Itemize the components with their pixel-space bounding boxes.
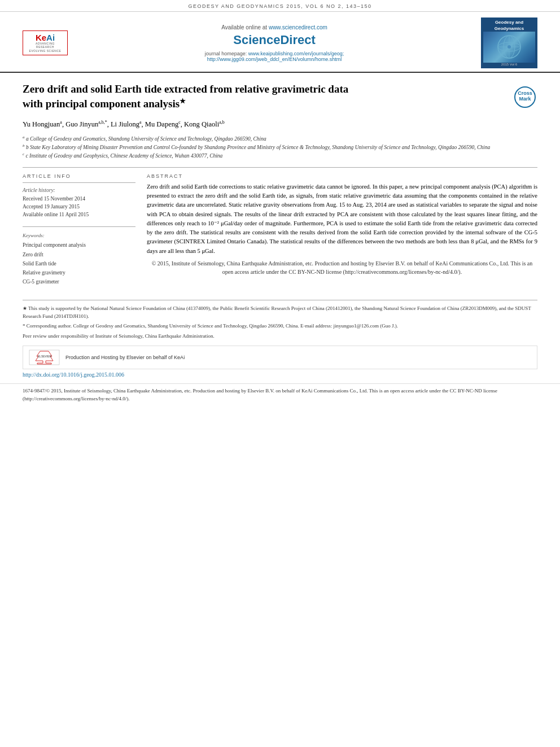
author4: Mu Dapengc bbox=[145, 120, 181, 128]
keywords-section: Keywords: Principal component analysis Z… bbox=[23, 233, 135, 286]
author5: Kong Qiaolia,b bbox=[184, 120, 225, 128]
elsevier-logo: ELSEVIER bbox=[29, 350, 60, 365]
crossmark-badge[interactable]: Cross Mark bbox=[512, 84, 537, 110]
author2: Guo Jinyuna,b,* bbox=[65, 120, 107, 128]
keai-logo-text: KeAi bbox=[36, 33, 55, 42]
affiliation-a: a a College of Geodesy and Geomatics, Sh… bbox=[23, 134, 537, 143]
journal-topbar: GEODESY AND GEODYNAMICS 2015, VOL 6 NO 2… bbox=[0, 0, 560, 12]
keyword-5: CG-5 gravimeter bbox=[23, 277, 135, 286]
journal-url1[interactable]: www.keaipublishing.com/en/journals/geog; bbox=[248, 51, 344, 56]
abstract-copyright: © 2015, Institute of Seismology, China E… bbox=[147, 259, 537, 277]
svg-text:ELSEVIER: ELSEVIER bbox=[38, 355, 52, 358]
left-column: ARTICLE INFO Article history: Received 1… bbox=[23, 173, 135, 286]
elsevier-caption: Production and Hosting by Elsevier on be… bbox=[65, 355, 185, 360]
globe-icon bbox=[495, 33, 523, 61]
journal-homepage-line: journal homepage: www.keaipublishing.com… bbox=[79, 51, 470, 62]
header-section: KeAi ADVANCING RESEARCH EVOLVING SCIENCE… bbox=[0, 12, 560, 73]
elsevier-section: ELSEVIER Production and Hosting by Elsev… bbox=[23, 346, 537, 369]
keai-logo-subtitle1: ADVANCING RESEARCH bbox=[27, 42, 64, 49]
elsevier-tree-icon: ELSEVIER bbox=[29, 350, 60, 365]
keyword-1: Principal component analysis bbox=[23, 241, 135, 250]
article-info-header: ARTICLE INFO bbox=[23, 173, 135, 179]
keai-logo-box: KeAi ADVANCING RESEARCH EVOLVING SCIENCE bbox=[23, 30, 68, 56]
sciencedirect-logo: ScienceDirect bbox=[79, 33, 470, 47]
keyword-4: Relative gravimetry bbox=[23, 268, 135, 277]
affiliations: a a College of Geodesy and Geomatics, Sh… bbox=[23, 134, 537, 160]
svg-text:Cross: Cross bbox=[518, 90, 532, 96]
title-area: Zero drift and solid Earth tide extracte… bbox=[23, 82, 506, 115]
history-label: Article history: bbox=[23, 187, 135, 193]
journal-cover: Geodesy andGeodynamics 2015 Vol 6 bbox=[481, 18, 537, 68]
svg-point-5 bbox=[508, 45, 511, 49]
author1: Yu Hongjuana bbox=[23, 120, 62, 128]
peer-review-footnote: Peer review under responsibility of Inst… bbox=[23, 333, 537, 340]
cover-year: 2015 Vol 6 bbox=[501, 63, 517, 66]
keai-logo-area: KeAi ADVANCING RESEARCH EVOLVING SCIENCE bbox=[23, 30, 68, 56]
available-online-text: Available online at www.sciencedirect.co… bbox=[79, 24, 470, 30]
science-direct-area: Available online at www.sciencedirect.co… bbox=[68, 24, 481, 62]
keywords-label: Keywords: bbox=[23, 233, 135, 238]
affiliation-b: b b State Key Laboratory of Mining Disas… bbox=[23, 143, 537, 151]
available-online-link[interactable]: www.sciencedirect.com bbox=[269, 24, 327, 30]
accepted-date: Accepted 19 January 2015 bbox=[23, 203, 135, 211]
topbar-text: GEODESY AND GEODYNAMICS 2015, VOL 6 NO 2… bbox=[188, 3, 371, 9]
keyword-2: Zero drift bbox=[23, 250, 135, 259]
page-wrapper: GEODESY AND GEODYNAMICS 2015, VOL 6 NO 2… bbox=[0, 0, 560, 747]
corresponding-footnote: * Corresponding author. College of Geode… bbox=[23, 322, 537, 330]
keyword-3: Solid Earth tide bbox=[23, 259, 135, 268]
journal-cover-image bbox=[483, 32, 535, 63]
received-date: Received 15 November 2014 bbox=[23, 195, 135, 203]
bottom-copyright: 1674-9847/© 2015, Institute of Seismolog… bbox=[0, 383, 560, 406]
abstract-header: ABSTRACT bbox=[147, 173, 537, 179]
svg-text:Mark: Mark bbox=[519, 96, 531, 102]
available-date: Available online 11 April 2015 bbox=[23, 211, 135, 219]
journal-cover-title: Geodesy andGeodynamics bbox=[495, 20, 524, 32]
footer-notes: ★ This study is supported by the Nationa… bbox=[23, 300, 537, 340]
keai-logo-subtitle2: EVOLVING SCIENCE bbox=[29, 49, 62, 53]
article-history: Article history: Received 15 November 20… bbox=[23, 187, 135, 219]
abstract-text: Zero drift and solid Earth tide correcti… bbox=[147, 182, 537, 277]
journal-url2[interactable]: http://www.jgg09.com/jweb_ddcl_en/EN/vol… bbox=[207, 56, 342, 62]
author3: Li Jiulonga bbox=[111, 120, 142, 128]
affiliation-c: c c Institute of Geodesy and Geophysics,… bbox=[23, 151, 537, 160]
article-title: Zero drift and solid Earth tide extracte… bbox=[23, 82, 350, 111]
right-column: ABSTRACT Zero drift and solid Earth tide… bbox=[147, 173, 537, 286]
crossmark-icon: Cross Mark bbox=[514, 86, 536, 108]
star-footnote: ★ This study is supported by the Nationa… bbox=[23, 305, 537, 320]
doi-link[interactable]: http://dx.doi.org/10.1016/j.geog.2015.01… bbox=[0, 369, 560, 380]
authors-line: Yu Hongjuana, Guo Jinyuna,b,*, Li Jiulon… bbox=[23, 119, 537, 130]
abstract-paragraph: Zero drift and solid Earth tide correcti… bbox=[147, 182, 537, 256]
two-col-section: ARTICLE INFO Article history: Received 1… bbox=[23, 167, 537, 286]
article-content: Zero drift and solid Earth tide extracte… bbox=[0, 73, 560, 292]
